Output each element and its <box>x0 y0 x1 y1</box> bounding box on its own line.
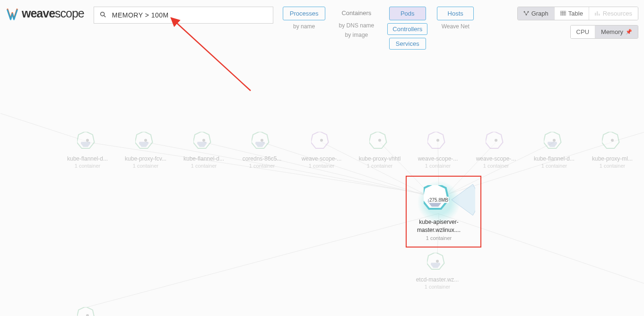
node-shape <box>193 132 214 153</box>
pin-icon: 📌 <box>626 29 632 35</box>
node-label: kube-proxy-fcv... <box>125 155 166 162</box>
filter-weavenet[interactable]: Weave Net <box>442 23 470 30</box>
graph-icon <box>523 11 529 17</box>
search-input[interactable] <box>112 11 267 19</box>
node-shape <box>311 132 332 153</box>
filter-containers-dns[interactable]: by DNS name <box>339 22 374 29</box>
node-sublabel: 1 container <box>367 163 392 169</box>
node-dot-icon <box>320 139 323 142</box>
node-shape <box>77 132 98 153</box>
node-label: kube-flannel-d... <box>183 155 224 162</box>
node-shape <box>369 132 390 153</box>
filter-services[interactable]: Services <box>389 38 426 50</box>
pod-node-n5[interactable]: kube-proxy-vhhtl1 container <box>354 132 406 169</box>
node-sublabel: 1 container <box>541 163 567 169</box>
pod-node-etcd[interactable]: etcd-master.wz...1 container <box>411 253 463 290</box>
pod-node-n12[interactable] <box>61 307 113 316</box>
pod-node-n1[interactable]: kube-proxy-fcv...1 container <box>120 132 172 169</box>
node-sublabel: 1 container <box>483 163 509 169</box>
search-icon <box>100 11 106 19</box>
node-sublabel: 1 container <box>425 284 450 290</box>
node-dot-icon <box>86 139 89 142</box>
node-shape <box>602 132 623 153</box>
graph-view-button[interactable]: Graph <box>518 7 555 20</box>
node-label: kube-flannel-d... <box>67 155 108 162</box>
resources-view-button: Resources <box>589 7 638 20</box>
node-memory-value: 275.8MB <box>429 196 449 203</box>
node-dot-icon <box>436 139 439 142</box>
node-label: etcd-master.wz... <box>416 276 459 283</box>
node-label: kube-apiserver-master.wzlinux.... <box>413 218 465 234</box>
pod-node-n9[interactable]: kube-proxy-ml...1 container <box>586 132 638 169</box>
view-toggles: Graph Table Resources CPU Memory 📌 <box>517 7 638 39</box>
node-dot-icon <box>202 139 205 142</box>
svg-point-15 <box>101 12 104 16</box>
node-sublabel: 1 container <box>75 163 100 169</box>
filter-controllers[interactable]: Controllers <box>387 23 427 35</box>
node-dot-icon <box>495 139 497 142</box>
node-dot-icon <box>86 314 89 316</box>
node-label: kube-proxy-vhhtl <box>359 155 401 162</box>
table-icon <box>560 11 566 17</box>
node-shape <box>77 307 98 316</box>
node-shape: 275.8MB <box>424 185 454 215</box>
pod-node-n3[interactable]: coredns-86c5...1 container <box>236 132 288 169</box>
pod-node-n4[interactable]: weave-scope-...1 container <box>296 132 348 169</box>
node-shape <box>427 253 448 273</box>
node-label: coredns-86c5... <box>243 155 282 162</box>
cpu-metric-button[interactable]: CPU <box>571 26 595 38</box>
node-label: weave-scope-... <box>476 155 516 162</box>
node-sublabel: 1 container <box>426 235 452 241</box>
node-dot-icon <box>611 139 614 142</box>
node-sublabel: 1 container <box>133 163 158 169</box>
pod-node-n6[interactable]: weave-scope-...1 container <box>412 132 464 169</box>
memory-metric-button[interactable]: Memory 📌 <box>595 26 638 38</box>
view-filters: Processes by name Containers by DNS name… <box>283 7 474 50</box>
node-dot-icon <box>378 139 381 142</box>
node-sublabel: 1 container <box>309 163 334 169</box>
svg-rect-22 <box>560 11 566 16</box>
filter-containers[interactable]: Containers <box>335 7 378 19</box>
header-bar: weavescope Processes by name Containers … <box>0 0 644 56</box>
svg-rect-28 <box>597 11 598 16</box>
node-sublabel: 1 container <box>600 163 625 169</box>
pod-node-n7[interactable]: weave-scope-...1 container <box>470 132 522 169</box>
pod-node-api[interactable]: 275.8MBkube-apiserver-master.wzlinux....… <box>413 185 465 241</box>
svg-rect-29 <box>599 14 600 16</box>
weavescope-logo-icon <box>6 7 19 20</box>
svg-rect-27 <box>595 13 596 16</box>
logo-text: weavescope <box>22 7 84 20</box>
filter-processes[interactable]: Processes <box>283 7 326 20</box>
node-dot-icon <box>436 260 439 263</box>
node-label: kube-flannel-d... <box>534 155 574 162</box>
node-sublabel: 1 container <box>425 163 451 169</box>
node-sublabel: 1 container <box>249 163 275 169</box>
pod-node-n2[interactable]: kube-flannel-d...1 container <box>178 132 230 169</box>
svg-line-11 <box>87 214 439 307</box>
filter-containers-image[interactable]: by image <box>345 32 368 38</box>
node-shape <box>252 132 272 153</box>
search-box[interactable] <box>94 7 273 24</box>
filter-processes-byname[interactable]: by name <box>293 23 315 30</box>
node-label: kube-proxy-ml... <box>592 155 633 162</box>
node-shape <box>486 132 506 153</box>
node-label: weave-scope-... <box>418 155 458 162</box>
svg-line-21 <box>526 12 528 15</box>
node-dot-icon <box>553 139 556 142</box>
logo: weavescope <box>6 7 84 20</box>
svg-line-20 <box>524 12 526 15</box>
svg-line-16 <box>104 15 106 17</box>
pod-node-n8[interactable]: kube-flannel-d...1 container <box>528 132 580 169</box>
node-shape <box>427 132 448 153</box>
filter-hosts[interactable]: Hosts <box>437 7 474 20</box>
node-shape <box>544 132 565 153</box>
node-dot-icon <box>144 139 147 142</box>
svg-line-12 <box>438 214 644 283</box>
filter-pods[interactable]: Pods <box>389 7 426 20</box>
node-sublabel: 1 container <box>191 163 217 169</box>
pod-node-n0[interactable]: kube-flannel-d...1 container <box>61 132 113 169</box>
node-dot-icon <box>261 139 263 142</box>
resources-icon <box>595 11 600 17</box>
table-view-button[interactable]: Table <box>555 7 589 20</box>
node-label: weave-scope-... <box>302 155 342 162</box>
